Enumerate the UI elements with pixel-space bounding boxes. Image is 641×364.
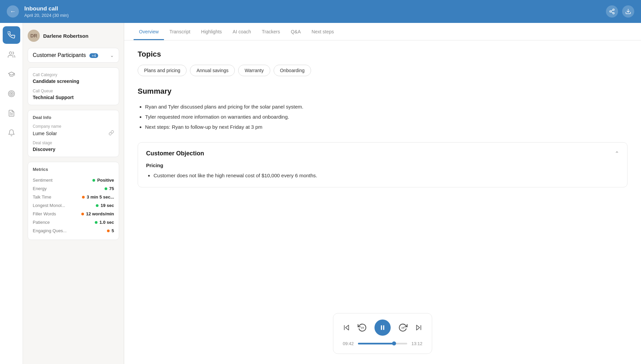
tab-q&a[interactable]: Q&A bbox=[285, 23, 306, 40]
back-button[interactable]: ← bbox=[7, 5, 19, 18]
tab-ai-coach[interactable]: AI coach bbox=[227, 23, 256, 40]
objection-title: Customer Objection bbox=[146, 150, 204, 157]
metric-value: 19 sec bbox=[96, 203, 114, 208]
metric-dot bbox=[82, 196, 85, 199]
participants-header[interactable]: Customer Participants +4 ⌄ bbox=[33, 52, 114, 58]
svg-point-9 bbox=[11, 93, 12, 94]
svg-rect-14 bbox=[381, 325, 382, 330]
metric-dot bbox=[105, 187, 107, 190]
metric-dot bbox=[95, 221, 97, 224]
sidebar-item-learning[interactable] bbox=[3, 65, 20, 83]
svg-point-6 bbox=[9, 52, 11, 54]
svg-point-8 bbox=[9, 92, 13, 96]
metric-row: Talk Time 3 min 5 sec... bbox=[33, 193, 114, 201]
chevron-down-icon: ⌄ bbox=[110, 53, 114, 58]
avatar: DR bbox=[28, 30, 40, 42]
collapse-button[interactable]: ⌃ bbox=[615, 150, 619, 157]
participants-badge: +4 bbox=[89, 53, 99, 58]
metric-dot bbox=[92, 179, 95, 182]
metric-row: Longest Monol... 19 sec bbox=[33, 201, 114, 210]
metric-label: Filler Words bbox=[33, 211, 56, 216]
tab-trackers[interactable]: Trackers bbox=[256, 23, 285, 40]
tab-highlights[interactable]: Highlights bbox=[196, 23, 227, 40]
rewind-15-button[interactable]: 15 bbox=[357, 322, 368, 333]
sidebar-icons bbox=[0, 23, 23, 364]
tabs-bar: OverviewTranscriptHighlightsAI coachTrac… bbox=[124, 23, 641, 40]
progress-row: 09:42 13:12 bbox=[343, 341, 422, 346]
sidebar-item-targets[interactable] bbox=[3, 85, 20, 102]
download-button[interactable] bbox=[622, 5, 634, 18]
company-name-row: Lume Solar bbox=[33, 130, 114, 136]
call-queue-section: Call Queue Technical Support bbox=[33, 89, 114, 100]
call-category-section: Call Category Candidate screening bbox=[33, 72, 114, 84]
skip-to-start-button[interactable] bbox=[343, 324, 350, 331]
total-time: 13:12 bbox=[411, 341, 422, 346]
deal-stage-section: Deal stage Discovery bbox=[33, 141, 114, 152]
svg-line-3 bbox=[611, 12, 613, 13]
svg-marker-16 bbox=[417, 325, 420, 330]
header-left: ← Inbound call April 20, 2024 (30 min) bbox=[7, 5, 69, 18]
sidebar-item-notifications[interactable] bbox=[3, 124, 20, 142]
forward-15-button[interactable]: 15 bbox=[397, 322, 408, 333]
objection-card: Customer Objection ⌃ Pricing Customer do… bbox=[138, 142, 628, 187]
summary-section: Summary Ryan and Tyler discussed plans a… bbox=[138, 87, 628, 132]
metric-row: Filler Words 12 words/min bbox=[33, 210, 114, 218]
tab-transcript[interactable]: Transcript bbox=[164, 23, 196, 40]
metric-label: Patience bbox=[33, 220, 50, 225]
call-subtitle: April 20, 2024 (30 min) bbox=[24, 13, 69, 18]
summary-item: Tyler requested more information on warr… bbox=[145, 112, 628, 122]
summary-item: Ryan and Tyler discussed plans and prici… bbox=[145, 102, 628, 112]
company-name-label: Company name bbox=[33, 124, 114, 129]
header-title-block: Inbound call April 20, 2024 (30 min) bbox=[24, 5, 69, 18]
metric-dot bbox=[96, 204, 99, 207]
metric-value: Positive bbox=[92, 178, 114, 183]
participants-label: Customer Participants +4 bbox=[33, 52, 98, 58]
topic-chip[interactable]: Annual savings bbox=[190, 65, 235, 76]
player-controls: 15 15 bbox=[343, 320, 422, 336]
sidebar-item-reports[interactable] bbox=[3, 104, 20, 122]
summary-list: Ryan and Tyler discussed plans and prici… bbox=[138, 102, 628, 132]
metric-dot bbox=[107, 230, 110, 232]
skip-to-end-button[interactable] bbox=[415, 324, 422, 331]
topic-chip[interactable]: Plans and pricing bbox=[138, 65, 187, 76]
objection-list: Customer does not like the high renewal … bbox=[146, 172, 619, 180]
metric-dot bbox=[81, 213, 84, 215]
summary-title: Summary bbox=[138, 87, 628, 96]
deal-stage-value: Discovery bbox=[33, 147, 114, 152]
metric-value: 75 bbox=[105, 186, 114, 191]
play-pause-button[interactable] bbox=[374, 320, 391, 336]
share-button[interactable] bbox=[606, 5, 618, 18]
call-queue-label: Call Queue bbox=[33, 89, 114, 93]
tab-overview[interactable]: Overview bbox=[134, 23, 164, 40]
metrics-card: Metrics Sentiment Positive Energy 75 Tal… bbox=[28, 162, 119, 240]
metric-label: Longest Monol... bbox=[33, 203, 65, 208]
sidebar-item-calls[interactable] bbox=[3, 26, 20, 44]
current-time: 09:42 bbox=[343, 341, 354, 346]
metric-label: Energy bbox=[33, 186, 47, 191]
topic-chip[interactable]: Onboarding bbox=[274, 65, 311, 76]
call-category-value: Candidate screening bbox=[33, 79, 114, 84]
svg-rect-15 bbox=[383, 325, 384, 330]
user-row: DR Darlene Robertson bbox=[28, 28, 119, 43]
participants-card: Customer Participants +4 ⌄ bbox=[28, 48, 119, 63]
call-info-card: Call Category Candidate screening Call Q… bbox=[28, 67, 119, 105]
sidebar-item-insights[interactable] bbox=[3, 46, 20, 63]
tab-next-steps[interactable]: Next steps bbox=[306, 23, 339, 40]
topic-chip[interactable]: Warranty bbox=[238, 65, 270, 76]
topics-title: Topics bbox=[138, 50, 628, 59]
deal-info-card: Deal Info Company name Lume Solar Deal s… bbox=[28, 110, 119, 157]
header-right bbox=[606, 5, 634, 18]
metric-label: Talk Time bbox=[33, 194, 51, 200]
company-name-value: Lume Solar bbox=[33, 131, 57, 136]
progress-bar[interactable] bbox=[358, 343, 408, 344]
deal-stage-label: Deal stage bbox=[33, 141, 114, 145]
objection-item: Customer does not like the high renewal … bbox=[154, 172, 619, 180]
topics-row: Plans and pricingAnnual savingsWarrantyO… bbox=[138, 65, 628, 76]
link-icon[interactable] bbox=[109, 130, 114, 136]
metrics-rows: Sentiment Positive Energy 75 Talk Time 3… bbox=[33, 176, 114, 235]
call-title: Inbound call bbox=[24, 5, 69, 12]
svg-marker-12 bbox=[345, 325, 349, 330]
metric-label: Sentiment bbox=[33, 178, 53, 183]
metric-row: Engaging Ques... 5 bbox=[33, 226, 114, 235]
svg-line-4 bbox=[611, 10, 613, 11]
